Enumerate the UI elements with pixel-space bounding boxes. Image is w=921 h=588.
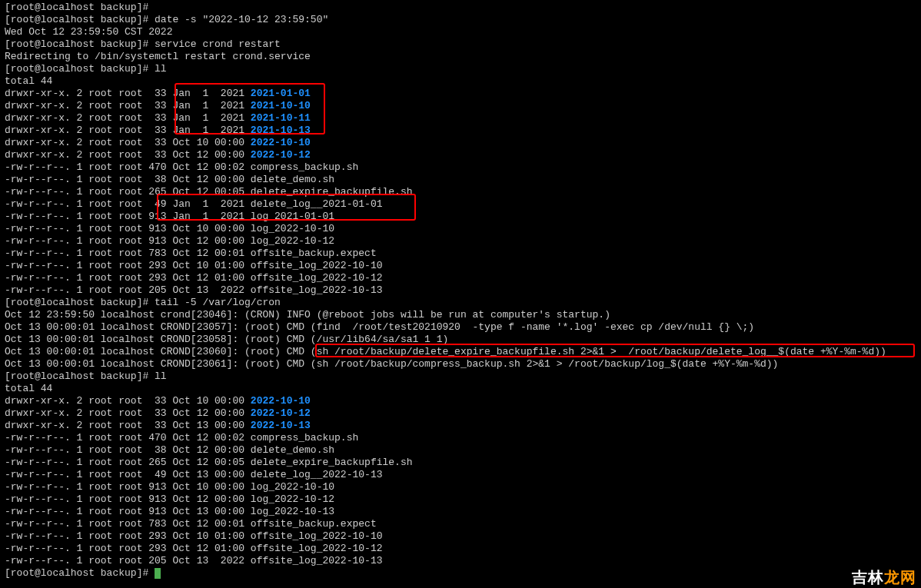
watermark-text-a: 吉林: [852, 569, 884, 586]
prompt-line: [root@localhost backup]# ll: [5, 370, 916, 383]
file-listing-row: -rw-r--r--. 1 root root 783 Oct 12 00:01…: [5, 247, 916, 260]
file-listing-row: -rw-r--r--. 1 root root 49 Oct 13 00:00 …: [5, 469, 916, 481]
file-listing-row: -rw-r--r--. 1 root root 913 Oct 12 00:00…: [5, 493, 916, 506]
file-listing-row: -rw-r--r--. 1 root root 38 Oct 12 00:00 …: [5, 174, 916, 186]
file-listing-row: drwxr-xr-x. 2 root root 33 Oct 13 00:00 …: [5, 420, 916, 432]
file-listing-row: -rw-r--r--. 1 root root 38 Oct 12 00:00 …: [5, 444, 916, 457]
prompt-line: [root@localhost backup]# date -s "2022-1…: [5, 14, 916, 26]
cron-log-line: Oct 13 00:00:01 localhost CROND[23061]: …: [5, 358, 916, 370]
prompt-line: [root@localhost backup]# service crond r…: [5, 38, 916, 51]
file-listing-row: -rw-r--r--. 1 root root 293 Oct 12 01:00…: [5, 272, 916, 284]
file-listing-row: drwxr-xr-x. 2 root root 33 Jan 1 2021 20…: [5, 112, 916, 125]
terminal-output[interactable]: [root@localhost backup]# [root@localhost…: [0, 0, 921, 581]
file-listing-row: -rw-r--r--. 1 root root 913 Oct 12 00:00…: [5, 235, 916, 247]
terminal-line: Redirecting to /bin/systemctl restart cr…: [5, 51, 916, 63]
cron-log-line: Oct 13 00:00:01 localhost CROND[23058]: …: [5, 334, 916, 346]
file-listing-row: -rw-r--r--. 1 root root 293 Oct 12 01:00…: [5, 543, 916, 555]
prompt-line: [root@localhost backup]# tail -5 /var/lo…: [5, 297, 916, 309]
cron-log-line: Oct 13 00:00:01 localhost CROND[23060]: …: [5, 346, 916, 358]
watermark: 吉林龙网: [852, 571, 916, 583]
file-listing-row: -rw-r--r--. 1 root root 913 Jan 1 2021 l…: [5, 211, 916, 223]
prompt-line: [root@localhost backup]# ll: [5, 63, 916, 75]
file-listing-row: -rw-r--r--. 1 root root 49 Jan 1 2021 de…: [5, 198, 916, 211]
terminal-line: Wed Oct 12 23:59:50 CST 2022: [5, 26, 916, 38]
file-listing-row: -rw-r--r--. 1 root root 205 Oct 13 2022 …: [5, 284, 916, 297]
file-listing-row: drwxr-xr-x. 2 root root 33 Jan 1 2021 20…: [5, 100, 916, 112]
file-listing-row: -rw-r--r--. 1 root root 205 Oct 13 2022 …: [5, 555, 916, 567]
cron-log-line: Oct 13 00:00:01 localhost CROND[23057]: …: [5, 321, 916, 334]
cron-log-line: Oct 12 23:59:50 localhost crond[23046]: …: [5, 309, 916, 321]
file-listing-row: -rw-r--r--. 1 root root 265 Oct 12 00:05…: [5, 186, 916, 198]
terminal-line: total 44: [5, 75, 916, 88]
file-listing-row: -rw-r--r--. 1 root root 913 Oct 10 00:00…: [5, 481, 916, 493]
file-listing-row: -rw-r--r--. 1 root root 265 Oct 12 00:05…: [5, 457, 916, 469]
prompt-line[interactable]: [root@localhost backup]#: [5, 567, 916, 580]
file-listing-row: drwxr-xr-x. 2 root root 33 Oct 10 00:00 …: [5, 395, 916, 407]
file-listing-row: drwxr-xr-x. 2 root root 33 Oct 12 00:00 …: [5, 149, 916, 161]
cursor: [155, 568, 161, 579]
file-listing-row: drwxr-xr-x. 2 root root 33 Oct 12 00:00 …: [5, 407, 916, 420]
file-listing-row: -rw-r--r--. 1 root root 913 Oct 10 00:00…: [5, 223, 916, 235]
file-listing-row: drwxr-xr-x. 2 root root 33 Jan 1 2021 20…: [5, 88, 916, 100]
file-listing-row: drwxr-xr-x. 2 root root 33 Oct 10 00:00 …: [5, 137, 916, 149]
file-listing-row: -rw-r--r--. 1 root root 783 Oct 12 00:01…: [5, 518, 916, 530]
prompt-line: [root@localhost backup]#: [5, 2, 916, 14]
file-listing-row: -rw-r--r--. 1 root root 913 Oct 13 00:00…: [5, 506, 916, 518]
file-listing-row: drwxr-xr-x. 2 root root 33 Jan 1 2021 20…: [5, 125, 916, 137]
file-listing-row: -rw-r--r--. 1 root root 470 Oct 12 00:02…: [5, 161, 916, 174]
terminal-line: total 44: [5, 383, 916, 395]
file-listing-row: -rw-r--r--. 1 root root 293 Oct 10 01:00…: [5, 530, 916, 543]
file-listing-row: -rw-r--r--. 1 root root 470 Oct 12 00:02…: [5, 432, 916, 444]
file-listing-row: -rw-r--r--. 1 root root 293 Oct 10 01:00…: [5, 260, 916, 272]
watermark-text-b: 龙网: [884, 569, 916, 586]
